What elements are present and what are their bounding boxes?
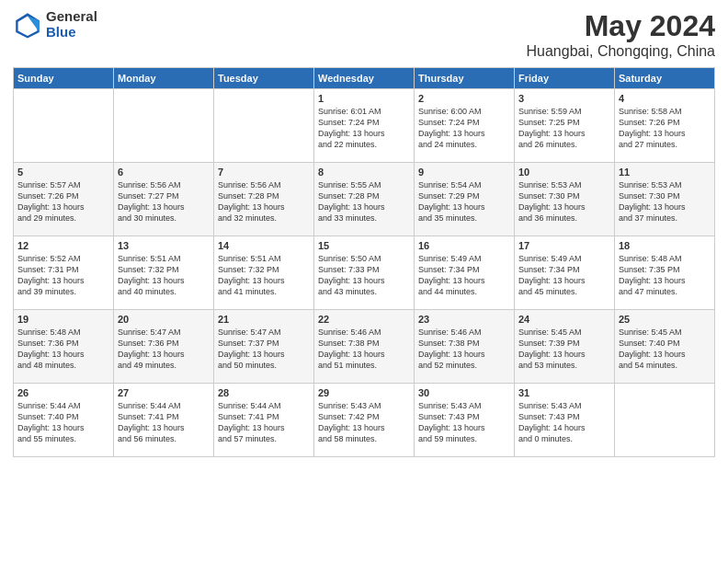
day-number: 28 bbox=[218, 387, 310, 398]
calendar-cell: 12Sunrise: 5:52 AM Sunset: 7:31 PM Dayli… bbox=[14, 236, 114, 310]
day-number: 7 bbox=[218, 167, 310, 178]
calendar-cell: 10Sunrise: 5:53 AM Sunset: 7:30 PM Dayli… bbox=[515, 163, 615, 236]
day-content: Sunrise: 5:54 AM Sunset: 7:29 PM Dayligh… bbox=[418, 179, 510, 224]
calendar-cell: 24Sunrise: 5:45 AM Sunset: 7:39 PM Dayli… bbox=[515, 310, 615, 384]
day-content: Sunrise: 5:51 AM Sunset: 7:32 PM Dayligh… bbox=[118, 253, 210, 298]
day-number: 15 bbox=[318, 240, 410, 251]
calendar-table: Sunday Monday Tuesday Wednesday Thursday… bbox=[13, 67, 715, 457]
week-row-0: 1Sunrise: 6:01 AM Sunset: 7:24 PM Daylig… bbox=[14, 89, 715, 163]
day-number: 26 bbox=[17, 387, 109, 398]
sub-title: Huangbai, Chongqing, China bbox=[527, 43, 715, 60]
calendar-cell: 3Sunrise: 5:59 AM Sunset: 7:25 PM Daylig… bbox=[515, 89, 615, 163]
day-number: 17 bbox=[518, 240, 610, 251]
day-content: Sunrise: 5:53 AM Sunset: 7:30 PM Dayligh… bbox=[518, 179, 610, 224]
calendar-cell: 20Sunrise: 5:47 AM Sunset: 7:36 PM Dayli… bbox=[114, 310, 214, 384]
day-content: Sunrise: 5:44 AM Sunset: 7:41 PM Dayligh… bbox=[218, 400, 310, 445]
calendar-cell: 28Sunrise: 5:44 AM Sunset: 7:41 PM Dayli… bbox=[214, 384, 314, 457]
day-number: 21 bbox=[218, 314, 310, 325]
day-number: 22 bbox=[318, 314, 410, 325]
day-content: Sunrise: 5:50 AM Sunset: 7:33 PM Dayligh… bbox=[318, 253, 410, 298]
day-number: 13 bbox=[118, 240, 210, 251]
col-wednesday: Wednesday bbox=[314, 68, 415, 89]
day-number: 4 bbox=[619, 93, 711, 104]
calendar-cell: 13Sunrise: 5:51 AM Sunset: 7:32 PM Dayli… bbox=[114, 236, 214, 310]
day-content: Sunrise: 5:52 AM Sunset: 7:31 PM Dayligh… bbox=[17, 253, 109, 298]
page: General Blue May 2024 Huangbai, Chongqin… bbox=[0, 0, 728, 563]
calendar-cell: 14Sunrise: 5:51 AM Sunset: 7:32 PM Dayli… bbox=[214, 236, 314, 310]
calendar-cell: 29Sunrise: 5:43 AM Sunset: 7:42 PM Dayli… bbox=[314, 384, 415, 457]
day-content: Sunrise: 6:01 AM Sunset: 7:24 PM Dayligh… bbox=[318, 106, 410, 151]
day-number: 24 bbox=[518, 314, 610, 325]
day-content: Sunrise: 5:45 AM Sunset: 7:39 PM Dayligh… bbox=[518, 327, 610, 372]
calendar-cell: 4Sunrise: 5:58 AM Sunset: 7:26 PM Daylig… bbox=[615, 89, 715, 163]
logo-general-text: General bbox=[46, 9, 97, 25]
calendar-cell bbox=[615, 384, 715, 457]
day-content: Sunrise: 5:51 AM Sunset: 7:32 PM Dayligh… bbox=[218, 253, 310, 298]
header-row: Sunday Monday Tuesday Wednesday Thursday… bbox=[14, 68, 715, 89]
calendar-cell: 27Sunrise: 5:44 AM Sunset: 7:41 PM Dayli… bbox=[114, 384, 214, 457]
calendar-cell: 21Sunrise: 5:47 AM Sunset: 7:37 PM Dayli… bbox=[214, 310, 314, 384]
calendar-cell: 5Sunrise: 5:57 AM Sunset: 7:26 PM Daylig… bbox=[14, 163, 114, 236]
calendar-cell: 22Sunrise: 5:46 AM Sunset: 7:38 PM Dayli… bbox=[314, 310, 415, 384]
logo-text: General Blue bbox=[46, 9, 97, 40]
day-number: 1 bbox=[318, 93, 410, 104]
day-number: 10 bbox=[518, 167, 610, 178]
day-content: Sunrise: 5:53 AM Sunset: 7:30 PM Dayligh… bbox=[619, 179, 711, 224]
week-row-2: 12Sunrise: 5:52 AM Sunset: 7:31 PM Dayli… bbox=[14, 236, 715, 310]
calendar-cell: 18Sunrise: 5:48 AM Sunset: 7:35 PM Dayli… bbox=[615, 236, 715, 310]
day-content: Sunrise: 5:45 AM Sunset: 7:40 PM Dayligh… bbox=[619, 327, 711, 372]
calendar-cell bbox=[214, 89, 314, 163]
col-friday: Friday bbox=[515, 68, 615, 89]
title-block: May 2024 Huangbai, Chongqing, China bbox=[527, 9, 715, 60]
day-number: 31 bbox=[518, 387, 610, 398]
main-title: May 2024 bbox=[527, 9, 715, 43]
col-tuesday: Tuesday bbox=[214, 68, 314, 89]
day-content: Sunrise: 5:48 AM Sunset: 7:35 PM Dayligh… bbox=[619, 253, 711, 298]
calendar-cell: 25Sunrise: 5:45 AM Sunset: 7:40 PM Dayli… bbox=[615, 310, 715, 384]
calendar-cell: 31Sunrise: 5:43 AM Sunset: 7:43 PM Dayli… bbox=[515, 384, 615, 457]
day-number: 9 bbox=[418, 167, 510, 178]
calendar-cell: 30Sunrise: 5:43 AM Sunset: 7:43 PM Dayli… bbox=[415, 384, 515, 457]
day-number: 27 bbox=[118, 387, 210, 398]
day-content: Sunrise: 5:57 AM Sunset: 7:26 PM Dayligh… bbox=[17, 179, 109, 224]
calendar-cell: 7Sunrise: 5:56 AM Sunset: 7:28 PM Daylig… bbox=[214, 163, 314, 236]
col-saturday: Saturday bbox=[615, 68, 715, 89]
calendar-cell: 1Sunrise: 6:01 AM Sunset: 7:24 PM Daylig… bbox=[314, 89, 415, 163]
calendar-cell bbox=[14, 89, 114, 163]
day-number: 29 bbox=[318, 387, 410, 398]
day-content: Sunrise: 5:46 AM Sunset: 7:38 PM Dayligh… bbox=[418, 327, 510, 372]
header: General Blue May 2024 Huangbai, Chongqin… bbox=[13, 9, 715, 60]
col-monday: Monday bbox=[114, 68, 214, 89]
day-number: 11 bbox=[619, 167, 711, 178]
day-number: 16 bbox=[418, 240, 510, 251]
calendar-cell: 23Sunrise: 5:46 AM Sunset: 7:38 PM Dayli… bbox=[415, 310, 515, 384]
calendar-cell: 2Sunrise: 6:00 AM Sunset: 7:24 PM Daylig… bbox=[415, 89, 515, 163]
calendar-cell: 16Sunrise: 5:49 AM Sunset: 7:34 PM Dayli… bbox=[415, 236, 515, 310]
day-number: 2 bbox=[418, 93, 510, 104]
day-number: 25 bbox=[619, 314, 711, 325]
day-content: Sunrise: 5:43 AM Sunset: 7:43 PM Dayligh… bbox=[518, 400, 610, 445]
day-number: 14 bbox=[218, 240, 310, 251]
day-number: 3 bbox=[518, 93, 610, 104]
calendar-cell: 15Sunrise: 5:50 AM Sunset: 7:33 PM Dayli… bbox=[314, 236, 415, 310]
logo-icon bbox=[13, 10, 42, 40]
day-number: 20 bbox=[118, 314, 210, 325]
week-row-3: 19Sunrise: 5:48 AM Sunset: 7:36 PM Dayli… bbox=[14, 310, 715, 384]
day-content: Sunrise: 5:46 AM Sunset: 7:38 PM Dayligh… bbox=[318, 327, 410, 372]
day-number: 30 bbox=[418, 387, 510, 398]
col-thursday: Thursday bbox=[415, 68, 515, 89]
calendar-cell: 8Sunrise: 5:55 AM Sunset: 7:28 PM Daylig… bbox=[314, 163, 415, 236]
day-number: 18 bbox=[619, 240, 711, 251]
day-content: Sunrise: 5:49 AM Sunset: 7:34 PM Dayligh… bbox=[518, 253, 610, 298]
day-content: Sunrise: 5:49 AM Sunset: 7:34 PM Dayligh… bbox=[418, 253, 510, 298]
day-content: Sunrise: 5:56 AM Sunset: 7:28 PM Dayligh… bbox=[218, 179, 310, 224]
day-content: Sunrise: 5:58 AM Sunset: 7:26 PM Dayligh… bbox=[619, 106, 711, 151]
day-content: Sunrise: 5:44 AM Sunset: 7:40 PM Dayligh… bbox=[17, 400, 109, 445]
week-row-4: 26Sunrise: 5:44 AM Sunset: 7:40 PM Dayli… bbox=[14, 384, 715, 457]
day-number: 12 bbox=[17, 240, 109, 251]
calendar-cell: 9Sunrise: 5:54 AM Sunset: 7:29 PM Daylig… bbox=[415, 163, 515, 236]
day-content: Sunrise: 6:00 AM Sunset: 7:24 PM Dayligh… bbox=[418, 106, 510, 151]
calendar-cell: 11Sunrise: 5:53 AM Sunset: 7:30 PM Dayli… bbox=[615, 163, 715, 236]
day-content: Sunrise: 5:43 AM Sunset: 7:42 PM Dayligh… bbox=[318, 400, 410, 445]
day-number: 23 bbox=[418, 314, 510, 325]
